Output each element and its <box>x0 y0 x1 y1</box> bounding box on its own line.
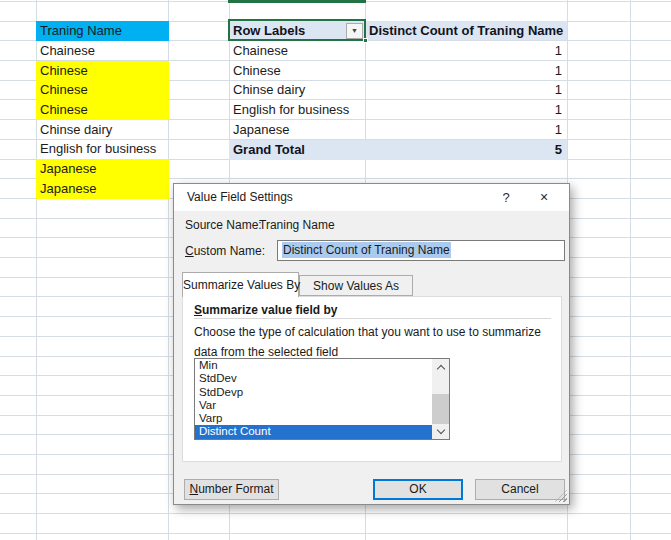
calculation-listbox[interactable]: Min StdDev StdDevp Var Varp Distinct Cou… <box>194 358 450 440</box>
active-cell-border <box>228 19 366 41</box>
tab-content-pane: Summarize value field by Choose the type… <box>182 296 562 462</box>
pivot-row-label[interactable]: Chinese <box>229 61 365 80</box>
number-format-button[interactable]: Number Format <box>184 479 279 500</box>
chevron-up-icon <box>436 364 444 372</box>
sheet-cell[interactable]: Chainese <box>36 41 169 61</box>
listbox-item-min[interactable]: Min <box>195 359 449 372</box>
pivot-row-value[interactable]: 1 <box>365 100 567 120</box>
tab-show-values-as[interactable]: Show Values As <box>299 275 413 296</box>
custom-name-input[interactable]: Distinct Count of Traning Name <box>277 240 565 261</box>
tab-summarize-values-by[interactable]: Summarize Values By <box>182 272 299 297</box>
scroll-up-button[interactable] <box>432 359 449 375</box>
pivot-grand-total-value-cell[interactable]: 5 <box>365 140 567 160</box>
description-line-1: Choose the type of calculation that you … <box>194 325 541 339</box>
pivot-value-header-cell[interactable]: Distinct Count of Traning Name <box>365 21 567 40</box>
scroll-down-button[interactable] <box>432 423 449 439</box>
group-separator <box>194 318 551 319</box>
pivot-row-label[interactable]: Chainese <box>229 41 365 61</box>
pivot-grand-total-label-cell[interactable]: Grand Total <box>229 140 365 160</box>
dialog-title: Value Field Settings <box>187 184 293 211</box>
pivot-row-label[interactable]: Chinse dairy <box>229 80 365 100</box>
listbox-item-distinct-count-selected[interactable]: Distinct Count <box>195 425 432 438</box>
dialog-title-bar[interactable]: Value Field Settings ? × <box>174 184 569 211</box>
scrollbar-thumb[interactable] <box>432 394 449 424</box>
listbox-scrollbar[interactable] <box>432 359 449 439</box>
selected-range-top-border <box>228 0 366 3</box>
help-button[interactable]: ? <box>491 184 521 211</box>
listbox-item-stddevp[interactable]: StdDevp <box>195 386 449 399</box>
pivot-row-value[interactable]: 1 <box>365 61 567 80</box>
value-field-settings-dialog: Value Field Settings ? × Source Name: Tr… <box>173 183 570 505</box>
custom-name-selected-text: Distinct Count of Traning Name <box>282 242 451 258</box>
pivot-row-label[interactable]: Japanese <box>229 120 365 139</box>
sheet-cell[interactable]: Chinese <box>36 80 169 100</box>
sheet-cell[interactable]: English for business <box>36 139 169 159</box>
listbox-item-var[interactable]: Var <box>195 399 449 412</box>
description-line-2: data from the selected field <box>194 345 338 359</box>
summarize-group-title: Summarize value field by <box>194 303 337 317</box>
pivot-row-value[interactable]: 1 <box>365 80 567 100</box>
col-divider-f-g <box>630 0 631 540</box>
source-name-value: Traning Name <box>259 218 335 232</box>
source-name-label: Source Name: <box>185 218 262 232</box>
sheet-cell[interactable]: Chinese <box>36 100 169 120</box>
pivot-row-value[interactable]: 1 <box>365 41 567 61</box>
ok-button[interactable]: OK <box>373 479 463 500</box>
pivot-row-label[interactable]: English for business <box>229 100 365 120</box>
sheet-cell[interactable]: Japanese <box>36 159 169 179</box>
custom-name-label: Custom Name: <box>185 244 265 258</box>
sheet-cell[interactable]: Chinse dairy <box>36 120 169 140</box>
pivot-row-value[interactable]: 1 <box>365 120 567 139</box>
close-icon[interactable]: × <box>529 184 559 211</box>
listbox-item-stddev[interactable]: StdDev <box>195 372 449 385</box>
cancel-button[interactable]: Cancel <box>475 479 565 500</box>
sheet-cell[interactable]: Japanese <box>36 179 169 199</box>
listbox-item-varp[interactable]: Varp <box>195 412 449 425</box>
chevron-down-icon <box>436 425 444 433</box>
source-header-cell[interactable]: Traning Name <box>36 21 169 41</box>
sheet-cell[interactable]: Chinese <box>36 61 169 80</box>
